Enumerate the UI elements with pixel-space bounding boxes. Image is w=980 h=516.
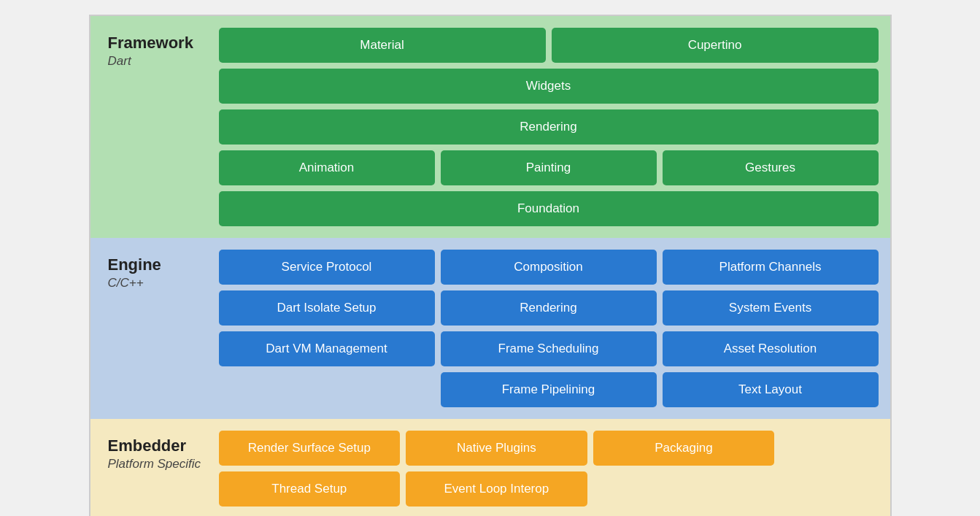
embedder-content: Render Surface Setup Native Plugins Pack…	[219, 431, 879, 507]
embedder-label: Embedder Platform Specific	[102, 431, 219, 507]
embedder-event-loop-interop: Event Loop Interop	[406, 471, 587, 507]
engine-row-4: Frame Pipelining Text Layout	[219, 372, 879, 407]
framework-content: Material Cupertino Widgets Rendering Ani…	[219, 28, 879, 226]
engine-row-3: Dart VM Management Frame Scheduling Asse…	[219, 331, 879, 366]
framework-foundation: Foundation	[219, 191, 879, 226]
engine-service-protocol: Service Protocol	[219, 250, 435, 285]
engine-composition: Composition	[441, 250, 657, 285]
engine-row-1: Service Protocol Composition Platform Ch…	[219, 250, 879, 285]
framework-widgets: Widgets	[219, 69, 879, 104]
framework-rendering: Rendering	[219, 109, 879, 145]
framework-gestures: Gestures	[663, 150, 879, 185]
engine-title: Engine	[108, 255, 210, 274]
framework-painting: Painting	[441, 150, 657, 185]
framework-subtitle: Dart	[108, 54, 210, 69]
embedder-empty-3	[780, 471, 878, 507]
embedder-title: Embedder	[108, 436, 210, 455]
engine-asset-resolution: Asset Resolution	[663, 331, 879, 366]
embedder-empty-1	[780, 431, 878, 466]
framework-animation: Animation	[219, 150, 435, 185]
engine-frame-scheduling: Frame Scheduling	[441, 331, 657, 366]
framework-cupertino: Cupertino	[552, 28, 879, 63]
framework-row-4: Animation Painting Gestures	[219, 150, 879, 185]
framework-row-1: Material Cupertino	[219, 28, 879, 63]
embedder-row-2: Thread Setup Event Loop Interop	[219, 471, 879, 507]
framework-row-2: Widgets	[219, 69, 879, 104]
engine-system-events: System Events	[663, 290, 879, 326]
engine-frame-pipelining: Frame Pipelining	[441, 372, 657, 407]
framework-title: Framework	[108, 34, 210, 53]
embedder-subtitle: Platform Specific	[108, 457, 210, 471]
framework-label: Framework Dart	[102, 28, 219, 226]
engine-layer: Engine C/C++ Service Protocol Compositio…	[90, 238, 890, 419]
engine-dart-vm-management: Dart VM Management	[219, 331, 435, 366]
embedder-render-surface-setup: Render Surface Setup	[219, 431, 401, 466]
flutter-architecture-diagram: Framework Dart Material Cupertino Widget…	[89, 15, 892, 516]
embedder-thread-setup: Thread Setup	[219, 471, 401, 507]
engine-dart-isolate-setup: Dart Isolate Setup	[219, 290, 435, 326]
framework-row-3: Rendering	[219, 109, 879, 145]
embedder-row-1: Render Surface Setup Native Plugins Pack…	[219, 431, 879, 466]
embedder-empty-2	[593, 471, 775, 507]
framework-row-5: Foundation	[219, 191, 879, 226]
engine-rendering: Rendering	[441, 290, 657, 326]
framework-layer: Framework Dart Material Cupertino Widget…	[90, 16, 890, 238]
engine-text-layout: Text Layout	[663, 372, 879, 407]
embedder-packaging: Packaging	[593, 431, 775, 466]
engine-platform-channels: Platform Channels	[663, 250, 879, 285]
engine-content: Service Protocol Composition Platform Ch…	[219, 250, 879, 407]
engine-row-2: Dart Isolate Setup Rendering System Even…	[219, 290, 879, 326]
engine-label: Engine C/C++	[102, 250, 219, 407]
framework-material: Material	[219, 28, 546, 63]
embedder-layer: Embedder Platform Specific Render Surfac…	[90, 419, 890, 516]
embedder-native-plugins: Native Plugins	[406, 431, 587, 466]
engine-subtitle: C/C++	[108, 276, 210, 290]
engine-empty	[219, 372, 435, 407]
